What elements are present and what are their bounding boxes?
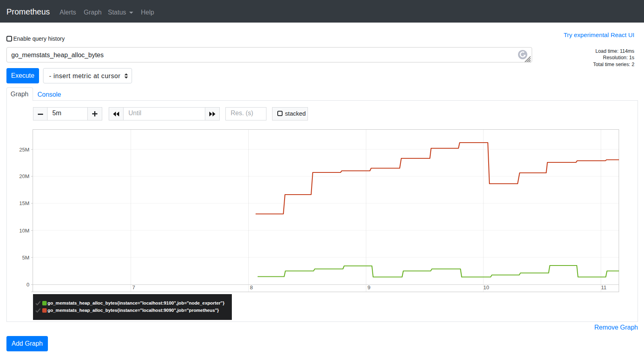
svg-text:25M: 25M bbox=[19, 147, 29, 153]
svg-text:20M: 20M bbox=[19, 173, 29, 179]
svg-text:0: 0 bbox=[27, 282, 29, 288]
svg-text:10M: 10M bbox=[19, 228, 29, 234]
svg-text:7: 7 bbox=[132, 284, 135, 290]
svg-text:5M: 5M bbox=[22, 255, 29, 261]
svg-text:15M: 15M bbox=[19, 200, 29, 206]
svg-text:10: 10 bbox=[483, 284, 489, 290]
svg-text:9: 9 bbox=[367, 284, 370, 290]
svg-text:8: 8 bbox=[250, 284, 253, 290]
svg-text:11: 11 bbox=[601, 284, 607, 290]
